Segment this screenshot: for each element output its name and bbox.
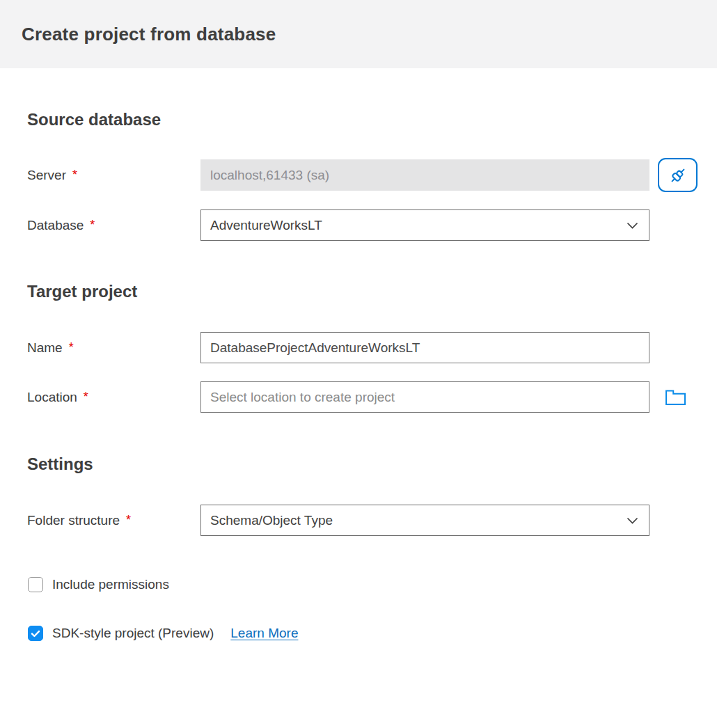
- required-asterisk: *: [84, 390, 88, 403]
- chevron-down-icon: [627, 222, 638, 229]
- name-field-row: Name *: [27, 332, 717, 363]
- location-input[interactable]: [200, 381, 649, 413]
- database-label: Database *: [27, 218, 200, 233]
- include-permissions-row: Include permissions: [28, 577, 717, 592]
- location-field-row: Location *: [27, 381, 717, 413]
- required-asterisk: *: [69, 340, 74, 354]
- location-label: Location *: [27, 390, 200, 405]
- sdk-style-label: SDK-style project (Preview): [52, 626, 214, 641]
- required-asterisk: *: [90, 218, 95, 231]
- server-label: Server *: [27, 168, 200, 183]
- server-input: [200, 159, 649, 191]
- chevron-down-icon: [627, 517, 638, 524]
- sdk-style-checkbox[interactable]: [28, 626, 43, 641]
- folder-structure-label: Folder structure *: [27, 513, 200, 528]
- dialog-header: Create project from database: [0, 0, 717, 68]
- plug-icon: [668, 166, 688, 185]
- include-permissions-checkbox[interactable]: [28, 577, 43, 592]
- include-permissions-label: Include permissions: [52, 577, 169, 592]
- folder-structure-dropdown-value: Schema/Object Type: [210, 513, 333, 528]
- check-icon: [31, 629, 40, 638]
- folder-icon: [665, 389, 686, 406]
- section-heading-source-database: Source database: [27, 111, 717, 129]
- database-dropdown-value: AdventureWorksLT: [210, 218, 322, 233]
- database-dropdown[interactable]: AdventureWorksLT: [200, 209, 649, 241]
- name-label: Name *: [27, 340, 200, 356]
- section-heading-target-project: Target project: [27, 283, 717, 301]
- page-title: Create project from database: [22, 24, 276, 45]
- folder-structure-field-row: Folder structure * Schema/Object Type: [27, 505, 717, 536]
- required-asterisk: *: [126, 513, 131, 526]
- project-name-input[interactable]: [200, 332, 649, 363]
- browse-location-button[interactable]: [665, 389, 686, 406]
- dialog-body: Source database Server * Database: [0, 111, 717, 641]
- connect-server-button[interactable]: [658, 158, 698, 192]
- learn-more-link[interactable]: Learn More: [230, 626, 298, 641]
- required-asterisk: *: [72, 168, 77, 181]
- server-field-row: Server *: [27, 158, 717, 192]
- sdk-style-row: SDK-style project (Preview) Learn More: [28, 626, 717, 641]
- folder-structure-dropdown[interactable]: Schema/Object Type: [200, 505, 649, 536]
- section-heading-settings: Settings: [27, 455, 717, 473]
- database-field-row: Database * AdventureWorksLT: [27, 209, 717, 241]
